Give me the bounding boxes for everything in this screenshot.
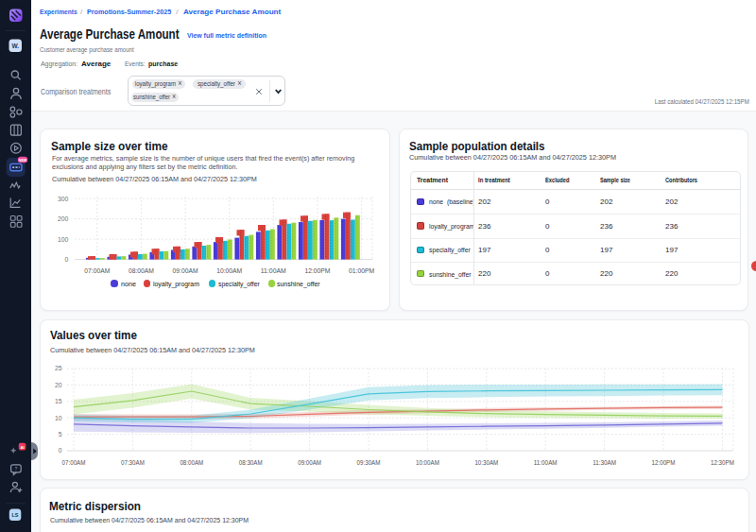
- svg-text:20: 20: [55, 382, 62, 388]
- svg-text:12:00PM: 12:00PM: [652, 459, 676, 466]
- svg-text:09:30AM: 09:30AM: [357, 459, 381, 466]
- svg-text:12:30PM: 12:30PM: [711, 459, 734, 466]
- svg-text:0: 0: [59, 447, 62, 454]
- svg-text:08:30AM: 08:30AM: [239, 459, 263, 466]
- svg-text:11:30AM: 11:30AM: [593, 459, 616, 466]
- svg-text:11:00AM: 11:00AM: [534, 459, 558, 466]
- svg-text:07:30AM: 07:30AM: [121, 459, 145, 466]
- svg-text:10: 10: [55, 415, 62, 421]
- svg-text:10:00AM: 10:00AM: [416, 459, 439, 466]
- svg-text:09:00AM: 09:00AM: [298, 459, 321, 466]
- svg-text:08:00AM: 08:00AM: [180, 459, 203, 466]
- svg-text:25: 25: [55, 365, 62, 371]
- svg-text:10:30AM: 10:30AM: [474, 459, 498, 466]
- svg-text:15: 15: [55, 398, 62, 404]
- svg-text:5: 5: [59, 431, 62, 438]
- svg-text:07:00AM: 07:00AM: [62, 459, 86, 466]
